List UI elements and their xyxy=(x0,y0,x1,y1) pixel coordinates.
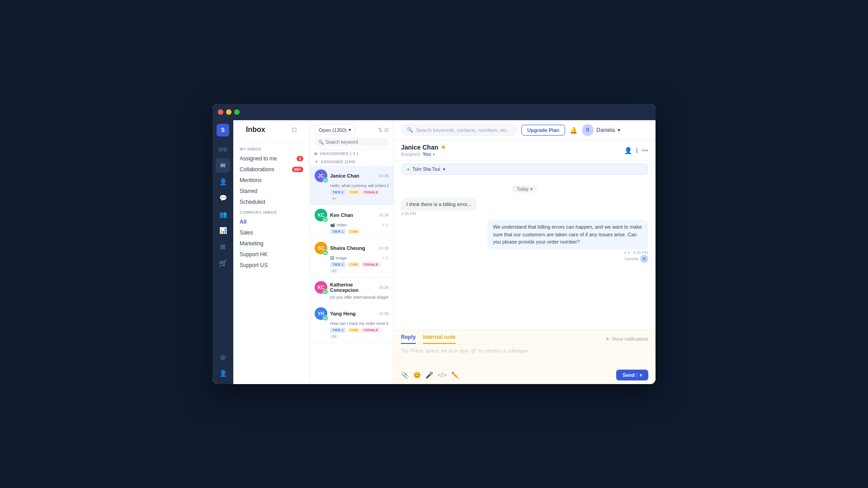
traffic-lights xyxy=(218,109,240,115)
tag-female-yang: FEMALE xyxy=(362,328,381,333)
filter-button[interactable]: ⊟ xyxy=(384,127,389,133)
contacts-nav-icon[interactable]: 👤 xyxy=(216,174,230,189)
titlebar xyxy=(212,104,656,120)
mentions-item[interactable]: Mentions xyxy=(233,175,310,186)
more-options-button[interactable]: ••• xyxy=(642,147,648,154)
left-panel: Inbox ⊡ MY INBOX Assigned to me 3 Collab… xyxy=(233,120,310,384)
message-time: 4:35 PM xyxy=(401,211,416,216)
support-us-inbox-item[interactable]: Support US xyxy=(233,260,310,271)
close-button[interactable] xyxy=(218,109,223,115)
chat-panel: 🔍 Search keywords, contacts, numbers, et… xyxy=(394,120,656,384)
search-icon: 🔍 xyxy=(407,127,413,133)
icon-sidebar: S ((•)) ✉ 👤 💬 👥 📊 ⊞ 🛒 ◎ 👤 xyxy=(212,120,233,384)
message-bubble: I think there is a billing error... xyxy=(401,198,477,211)
tag-more: 2+ xyxy=(330,196,339,201)
panel-title: Inbox ⊡ xyxy=(240,126,303,138)
eye-icon: 👁 xyxy=(605,337,610,342)
contact-name-header: Janice Chan ★ Assigned: You ▾ 👤 ℹ xyxy=(401,144,648,157)
assigned-section-header[interactable]: ▼ ASSIGNED (100) xyxy=(310,158,393,166)
broadcast-nav-icon[interactable]: ((•)) xyxy=(216,142,230,156)
inbox-nav-icon[interactable]: ✉ xyxy=(216,158,230,173)
conv-item-ken[interactable]: KC W Ken Chan 16:36 📹 Video ✓✓ TIER 1 CW… xyxy=(310,205,393,238)
all-inbox-item[interactable]: All xyxy=(233,216,310,227)
status-filter-dropdown[interactable]: Open (1350) ▾ xyxy=(315,125,355,135)
edit-icon[interactable]: ✏️ xyxy=(451,371,459,379)
location-bar: ● Tsim Sha Tsui ▾ xyxy=(401,164,648,175)
tag-cwb-yang: CWB xyxy=(347,328,360,333)
collaborations-item[interactable]: Collaborations 99+ xyxy=(233,164,310,175)
send-caret-icon: ▾ xyxy=(637,373,642,378)
user-nav-icon[interactable]: 👤 xyxy=(216,366,230,380)
contact-name: Janice Chan ★ xyxy=(401,144,624,151)
conv-item-shaira[interactable]: SC W Shaira Cheung 16:36 🖼 Image ✓✓ TIER… xyxy=(310,238,393,277)
team-nav-icon[interactable]: 👥 xyxy=(216,207,230,221)
shop-nav-icon[interactable]: 🛒 xyxy=(216,256,230,270)
reply-toolbar: 📎 😊 🎤 </> ✏️ Send ▾ xyxy=(394,367,656,384)
contact-header-actions: 👤 ℹ ••• xyxy=(624,147,648,154)
conv-header: Open (1350) ▾ ⇅ ⊟ 🔍 xyxy=(310,120,393,150)
maximize-button[interactable] xyxy=(234,109,240,115)
internal-note-tab[interactable]: Internal note xyxy=(423,334,456,344)
scheduled-item[interactable]: Scheduled xyxy=(233,197,310,207)
conv-item-janice[interactable]: JC W Janice Chan 16:36 Hello, what curre… xyxy=(310,166,393,205)
show-notifications-button[interactable]: 👁 Show notifications xyxy=(605,337,648,342)
company-inbox-label: COMPANY INBOX xyxy=(233,207,310,216)
sort-button[interactable]: ⇅ xyxy=(378,127,382,133)
chat-nav-icon[interactable]: 💬 xyxy=(216,191,230,205)
user-menu[interactable]: D Daniela ▾ xyxy=(582,124,620,136)
whatsapp-badge-ken: W xyxy=(323,217,328,222)
support-hk-inbox-item[interactable]: Support HK xyxy=(233,249,310,260)
reply-box: Reply Internal note 👁 Show notifications… xyxy=(394,330,656,384)
chevron-down-icon: ▾ xyxy=(443,167,445,172)
conv-item-katherine[interactable]: KC W Katherine Concepcion 16:36 Do you o… xyxy=(310,277,393,304)
assigned-badge: 3 xyxy=(297,156,303,161)
tag-female: FEMALE xyxy=(362,190,381,195)
compose-icon[interactable]: ⊡ xyxy=(292,126,297,133)
avatar-yang: YH W xyxy=(315,307,327,320)
tag-tier1-ken: TIER 1 xyxy=(330,229,346,234)
whatsapp-badge-shaira: W xyxy=(323,250,328,255)
location-icon: ● xyxy=(407,167,410,172)
avatar-katherine: KC W xyxy=(315,281,327,294)
chat-area: Today ▾ I think there is a billing error… xyxy=(394,179,656,330)
conv-search-input[interactable] xyxy=(326,140,385,145)
circle-nav-icon[interactable]: ◎ xyxy=(216,350,230,364)
chevron-down-icon: ▼ xyxy=(315,160,319,164)
whatsapp-badge-yang: W xyxy=(323,315,328,321)
conversations-panel: Open (1350) ▾ ⇅ ⊟ 🔍 ▶ UNASSIGNED ( 3 ) xyxy=(310,120,394,384)
tag-tier1-shaira: TIER 1 xyxy=(330,262,346,267)
chevron-down-icon: ▾ xyxy=(530,187,533,192)
avatar-ken: KC W xyxy=(315,209,327,221)
incoming-message-1: I think there is a billing error... 4:35… xyxy=(401,198,549,216)
conv-item-yang[interactable]: YH W Yang Heng 16:36 How can I track my … xyxy=(310,304,393,343)
tag-more-yang: 2+ xyxy=(330,334,339,339)
integration-nav-icon[interactable]: ⊞ xyxy=(216,239,230,254)
assigned-to-me-item[interactable]: Assigned to me 3 xyxy=(233,153,310,164)
code-icon[interactable]: </> xyxy=(438,371,447,379)
starred-item[interactable]: Starred xyxy=(233,186,310,197)
read-icon-ken: ✓✓ xyxy=(382,222,389,227)
minimize-button[interactable] xyxy=(226,109,231,115)
contact-profile-button[interactable]: 👤 xyxy=(624,147,632,154)
marketing-inbox-item[interactable]: Marketing xyxy=(233,238,310,249)
tag-cwb: CWB xyxy=(347,190,360,195)
notification-bell-button[interactable]: 🔔 xyxy=(570,127,577,134)
unassigned-section-header[interactable]: ▶ UNASSIGNED ( 3 ) xyxy=(310,150,393,158)
avatar-janice: JC W xyxy=(315,169,327,182)
send-button[interactable]: Send ▾ xyxy=(616,370,648,380)
attach-icon[interactable]: 📎 xyxy=(401,371,409,379)
reply-tab[interactable]: Reply xyxy=(401,334,416,344)
whatsapp-badge: W xyxy=(323,178,328,183)
global-search[interactable]: 🔍 Search keywords, contacts, numbers, et… xyxy=(401,124,517,136)
search-icon: 🔍 xyxy=(318,140,324,145)
location-bar-wrapper: ● Tsim Sha Tsui ▾ xyxy=(394,161,656,179)
upgrade-plan-button[interactable]: Upgrade Plan xyxy=(521,125,565,136)
reply-input-area[interactable]: Tip: Press 'space' for ai or type '@' to… xyxy=(394,344,656,367)
info-button[interactable]: ℹ xyxy=(636,147,638,154)
app-logo: S xyxy=(217,124,229,136)
read-tick-icon: ✓✓ xyxy=(624,250,631,255)
sales-inbox-item[interactable]: Sales xyxy=(233,227,310,238)
audio-icon[interactable]: 🎤 xyxy=(425,371,433,379)
emoji-icon[interactable]: 😊 xyxy=(413,371,421,379)
reports-nav-icon[interactable]: 📊 xyxy=(216,223,230,238)
